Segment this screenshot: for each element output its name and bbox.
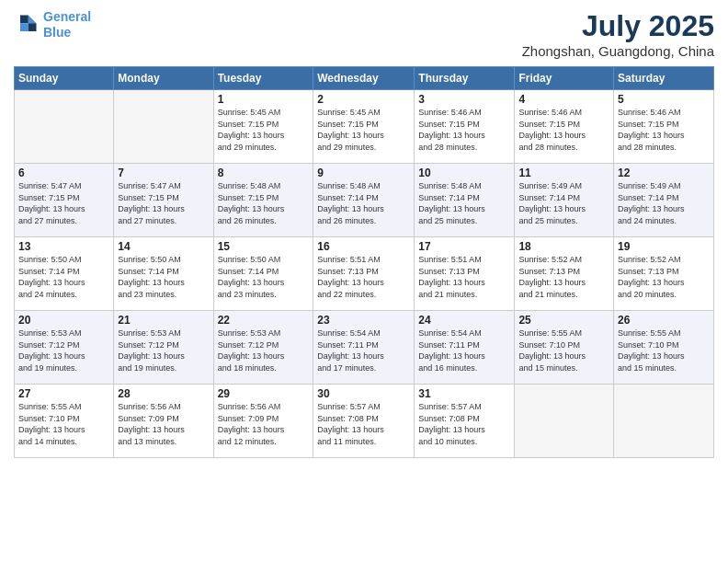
calendar-cell: 24Sunrise: 5:54 AM Sunset: 7:11 PM Dayli…	[415, 311, 515, 385]
calendar-week-1: 1Sunrise: 5:45 AM Sunset: 7:15 PM Daylig…	[15, 90, 714, 164]
day-info: Sunrise: 5:48 AM Sunset: 7:15 PM Dayligh…	[218, 180, 310, 226]
day-number: 9	[317, 167, 410, 179]
day-info: Sunrise: 5:48 AM Sunset: 7:14 PM Dayligh…	[418, 180, 510, 226]
day-number: 18	[518, 240, 609, 253]
day-number: 7	[118, 167, 209, 179]
calendar-cell: 4Sunrise: 5:46 AM Sunset: 7:15 PM Daylig…	[515, 90, 614, 164]
col-tuesday: Tuesday	[213, 67, 313, 90]
calendar-cell: 23Sunrise: 5:54 AM Sunset: 7:11 PM Dayli…	[313, 311, 415, 385]
col-sunday: Sunday	[15, 67, 114, 90]
day-info: Sunrise: 5:56 AM Sunset: 7:09 PM Dayligh…	[218, 401, 310, 447]
day-number: 31	[418, 387, 510, 400]
subtitle: Zhongshan, Guangdong, China	[522, 43, 714, 59]
day-info: Sunrise: 5:55 AM Sunset: 7:10 PM Dayligh…	[18, 401, 109, 447]
svg-rect-2	[20, 23, 28, 31]
day-info: Sunrise: 5:47 AM Sunset: 7:15 PM Dayligh…	[18, 180, 109, 226]
day-number: 22	[218, 314, 310, 327]
day-number: 2	[317, 93, 410, 106]
day-info: Sunrise: 5:46 AM Sunset: 7:15 PM Dayligh…	[418, 107, 510, 153]
col-wednesday: Wednesday	[313, 67, 415, 90]
day-number: 13	[18, 240, 109, 253]
svg-marker-0	[28, 15, 37, 23]
day-info: Sunrise: 5:55 AM Sunset: 7:10 PM Dayligh…	[618, 327, 710, 373]
calendar-cell: 15Sunrise: 5:50 AM Sunset: 7:14 PM Dayli…	[213, 237, 313, 311]
col-monday: Monday	[114, 67, 213, 90]
calendar-week-4: 20Sunrise: 5:53 AM Sunset: 7:12 PM Dayli…	[15, 311, 714, 385]
calendar-cell: 13Sunrise: 5:50 AM Sunset: 7:14 PM Dayli…	[15, 237, 114, 311]
calendar-cell: 16Sunrise: 5:51 AM Sunset: 7:13 PM Dayli…	[313, 237, 415, 311]
calendar-cell: 20Sunrise: 5:53 AM Sunset: 7:12 PM Dayli…	[15, 311, 114, 385]
page: General Blue July 2025 Zhongshan, Guangd…	[0, 0, 728, 563]
day-info: Sunrise: 5:46 AM Sunset: 7:15 PM Dayligh…	[518, 107, 609, 153]
col-saturday: Saturday	[614, 67, 714, 90]
day-info: Sunrise: 5:52 AM Sunset: 7:13 PM Dayligh…	[518, 254, 609, 300]
day-number: 27	[18, 387, 109, 400]
calendar-cell: 19Sunrise: 5:52 AM Sunset: 7:13 PM Dayli…	[614, 237, 714, 311]
calendar-cell: 11Sunrise: 5:49 AM Sunset: 7:14 PM Dayli…	[515, 164, 614, 237]
day-info: Sunrise: 5:49 AM Sunset: 7:14 PM Dayligh…	[518, 180, 609, 226]
day-info: Sunrise: 5:45 AM Sunset: 7:15 PM Dayligh…	[218, 107, 310, 153]
day-number: 6	[18, 167, 109, 179]
day-number: 20	[18, 314, 109, 327]
day-info: Sunrise: 5:53 AM Sunset: 7:12 PM Dayligh…	[218, 327, 310, 373]
day-info: Sunrise: 5:57 AM Sunset: 7:08 PM Dayligh…	[317, 401, 410, 447]
calendar-cell: 9Sunrise: 5:48 AM Sunset: 7:14 PM Daylig…	[313, 164, 415, 237]
calendar-cell: 14Sunrise: 5:50 AM Sunset: 7:14 PM Dayli…	[114, 237, 213, 311]
day-info: Sunrise: 5:56 AM Sunset: 7:09 PM Dayligh…	[118, 401, 209, 447]
day-number: 8	[218, 167, 310, 179]
day-info: Sunrise: 5:54 AM Sunset: 7:11 PM Dayligh…	[317, 327, 410, 373]
day-number: 16	[317, 240, 410, 253]
calendar-cell: 3Sunrise: 5:46 AM Sunset: 7:15 PM Daylig…	[415, 90, 515, 164]
day-number: 23	[317, 314, 410, 327]
day-number: 3	[418, 93, 510, 106]
svg-rect-1	[20, 15, 28, 23]
calendar: Sunday Monday Tuesday Wednesday Thursday…	[14, 66, 714, 458]
calendar-cell: 25Sunrise: 5:55 AM Sunset: 7:10 PM Dayli…	[515, 311, 614, 385]
svg-rect-3	[28, 23, 37, 31]
day-number: 1	[218, 93, 310, 106]
day-number: 21	[118, 314, 209, 327]
day-info: Sunrise: 5:53 AM Sunset: 7:12 PM Dayligh…	[18, 327, 109, 373]
day-info: Sunrise: 5:50 AM Sunset: 7:14 PM Dayligh…	[18, 254, 109, 300]
calendar-cell: 2Sunrise: 5:45 AM Sunset: 7:15 PM Daylig…	[313, 90, 415, 164]
header: General Blue July 2025 Zhongshan, Guangd…	[14, 9, 714, 59]
calendar-cell: 29Sunrise: 5:56 AM Sunset: 7:09 PM Dayli…	[213, 385, 313, 458]
logo-general: General	[43, 9, 91, 24]
calendar-cell: 12Sunrise: 5:49 AM Sunset: 7:14 PM Dayli…	[614, 164, 714, 237]
day-info: Sunrise: 5:46 AM Sunset: 7:15 PM Dayligh…	[618, 107, 710, 153]
logo-blue: Blue	[43, 25, 91, 40]
day-number: 25	[518, 314, 609, 327]
header-row: Sunday Monday Tuesday Wednesday Thursday…	[15, 67, 714, 90]
calendar-cell: 1Sunrise: 5:45 AM Sunset: 7:15 PM Daylig…	[213, 90, 313, 164]
day-number: 14	[118, 240, 209, 253]
calendar-week-3: 13Sunrise: 5:50 AM Sunset: 7:14 PM Dayli…	[15, 237, 714, 311]
calendar-cell: 17Sunrise: 5:51 AM Sunset: 7:13 PM Dayli…	[415, 237, 515, 311]
calendar-week-5: 27Sunrise: 5:55 AM Sunset: 7:10 PM Dayli…	[15, 385, 714, 458]
calendar-cell: 7Sunrise: 5:47 AM Sunset: 7:15 PM Daylig…	[114, 164, 213, 237]
day-number: 10	[418, 167, 510, 179]
calendar-cell	[114, 90, 213, 164]
col-friday: Friday	[515, 67, 614, 90]
day-info: Sunrise: 5:51 AM Sunset: 7:13 PM Dayligh…	[418, 254, 510, 300]
day-number: 28	[118, 387, 209, 400]
day-info: Sunrise: 5:52 AM Sunset: 7:13 PM Dayligh…	[618, 254, 710, 300]
main-title: July 2025	[522, 9, 714, 43]
day-info: Sunrise: 5:51 AM Sunset: 7:13 PM Dayligh…	[317, 254, 410, 300]
day-info: Sunrise: 5:50 AM Sunset: 7:14 PM Dayligh…	[118, 254, 209, 300]
calendar-cell: 18Sunrise: 5:52 AM Sunset: 7:13 PM Dayli…	[515, 237, 614, 311]
calendar-cell: 26Sunrise: 5:55 AM Sunset: 7:10 PM Dayli…	[614, 311, 714, 385]
col-thursday: Thursday	[415, 67, 515, 90]
day-number: 15	[218, 240, 310, 253]
day-number: 5	[618, 93, 710, 106]
day-info: Sunrise: 5:57 AM Sunset: 7:08 PM Dayligh…	[418, 401, 510, 447]
calendar-cell: 21Sunrise: 5:53 AM Sunset: 7:12 PM Dayli…	[114, 311, 213, 385]
calendar-cell	[515, 385, 614, 458]
day-number: 12	[618, 167, 710, 179]
day-number: 4	[518, 93, 609, 106]
day-info: Sunrise: 5:48 AM Sunset: 7:14 PM Dayligh…	[317, 180, 410, 226]
day-number: 17	[418, 240, 510, 253]
day-number: 30	[317, 387, 410, 400]
day-info: Sunrise: 5:47 AM Sunset: 7:15 PM Dayligh…	[118, 180, 209, 226]
calendar-cell: 31Sunrise: 5:57 AM Sunset: 7:08 PM Dayli…	[415, 385, 515, 458]
day-info: Sunrise: 5:50 AM Sunset: 7:14 PM Dayligh…	[218, 254, 310, 300]
